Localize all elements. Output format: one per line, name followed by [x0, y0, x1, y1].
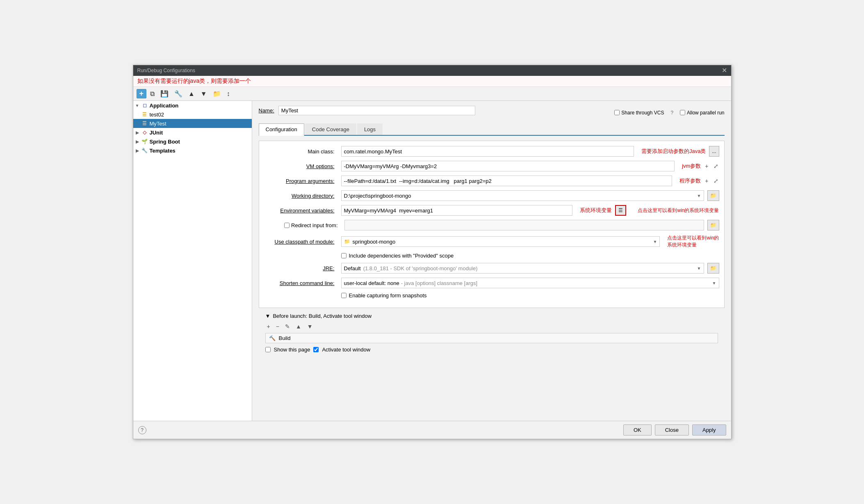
before-launch-collapse-arrow[interactable]: ▼: [265, 313, 271, 319]
classpath-folder-icon: 📁: [344, 239, 350, 244]
name-input[interactable]: [278, 106, 475, 115]
shorten-cmd-detail: - java [options] classname [args]: [401, 280, 477, 286]
before-launch-add-button[interactable]: +: [265, 322, 272, 331]
env-vars-edit-button[interactable]: ☰: [615, 205, 626, 216]
parallel-run-checkbox[interactable]: [680, 110, 685, 115]
program-args-input[interactable]: [341, 176, 673, 186]
close-window-button[interactable]: ✕: [722, 67, 727, 74]
classpath-dropdown[interactable]: 📁 springboot-mongo ▼: [341, 236, 660, 247]
program-args-row: Program arguments: 程序参数 + ⤢: [264, 176, 719, 186]
before-launch-build-item[interactable]: 🔨 Build: [265, 333, 718, 343]
expand-arrow-templates: ▶: [135, 148, 140, 153]
settings-button[interactable]: 🔧: [172, 89, 185, 99]
copy-button[interactable]: ⧉: [148, 89, 157, 99]
main-class-label: Main class:: [264, 148, 338, 155]
build-label: Build: [279, 335, 291, 341]
show-page-label: Show this page: [274, 347, 310, 353]
test02-icon: ☰: [141, 111, 148, 118]
tab-logs[interactable]: Logs: [357, 123, 383, 135]
templates-label: Templates: [150, 148, 176, 154]
shorten-cmd-arrow: ▼: [712, 281, 716, 285]
share-vcs-checkbox[interactable]: [614, 110, 620, 115]
before-launch-down-button[interactable]: ▼: [305, 322, 315, 331]
header-options: Share through VCS ? Allow parallel run: [614, 110, 724, 116]
application-group-icon: ◻: [141, 102, 148, 109]
sidebar-item-templates[interactable]: ▶ 🔧 Templates: [133, 146, 252, 155]
classpath-label: Use classpath of module:: [264, 239, 338, 245]
help-button[interactable]: ?: [138, 426, 146, 434]
apply-button[interactable]: Apply: [692, 424, 726, 436]
classpath-value: springboot-mongo: [353, 239, 396, 245]
enable-snapshots-row: Enable capturing form snapshots: [264, 292, 719, 299]
test02-label: test02: [150, 112, 164, 118]
jre-dropdown[interactable]: Default (1.8.0_181 - SDK of 'springboot-…: [341, 263, 704, 274]
top-annotation: 如果没有需要运行的java类，则需要添加一个: [133, 76, 731, 87]
working-dir-browse-button[interactable]: 📁: [707, 190, 719, 201]
redirect-browse-button[interactable]: 📁: [707, 220, 719, 230]
move-down-button[interactable]: ▼: [198, 89, 209, 99]
redirect-input-checkbox[interactable]: [284, 223, 290, 228]
show-page-checkbox[interactable]: [265, 347, 271, 352]
close-button[interactable]: Close: [655, 424, 689, 436]
jre-arrow: ▼: [697, 266, 701, 271]
sidebar-item-mytest[interactable]: ☰ MyTest: [133, 119, 252, 128]
working-dir-arrow: ▼: [697, 194, 701, 198]
expand-arrow-springboot: ▶: [135, 139, 140, 144]
folder-button[interactable]: 📁: [211, 89, 223, 99]
jre-browse-button[interactable]: 📁: [707, 263, 719, 274]
sidebar-item-test02[interactable]: ☰ test02: [133, 110, 252, 119]
junit-label: JUnit: [150, 130, 163, 136]
activate-tool-window-label: Activate tool window: [322, 347, 370, 353]
name-label: Name:: [259, 107, 274, 114]
sort-button[interactable]: ↕: [225, 89, 232, 99]
run-debug-dialog: Run/Debug Configurations ✕ 如果没有需要运行的java…: [133, 65, 732, 439]
vm-options-plus-button[interactable]: +: [704, 162, 709, 170]
main-class-browse-button[interactable]: ...: [709, 146, 719, 157]
vm-options-expand-button[interactable]: ⤢: [713, 162, 719, 170]
tabs: Configuration Code Coverage Logs: [259, 123, 725, 136]
springboot-icon: 🌱: [141, 138, 148, 145]
before-launch-edit-button[interactable]: ✎: [283, 322, 292, 331]
main-class-input[interactable]: [341, 146, 634, 157]
main-content: ▼ ◻ Application ☰ test02 ☰ MyTest ▶ ◇ JU…: [133, 101, 731, 421]
sidebar-item-application[interactable]: ▼ ◻ Application: [133, 101, 252, 110]
share-vcs-row: Share through VCS: [614, 110, 664, 116]
working-dir-value: D:\project\springboot-mongo: [344, 193, 411, 199]
sidebar-item-junit[interactable]: ▶ ◇ JUnit: [133, 128, 252, 137]
save-button[interactable]: 💾: [158, 89, 171, 99]
enable-snapshots-checkbox[interactable]: [341, 293, 347, 298]
build-icon: 🔨: [269, 335, 276, 341]
program-args-plus-button[interactable]: +: [704, 177, 709, 185]
toolbar: + ⧉ 💾 🔧 ▲ ▼ 📁 ↕: [133, 87, 731, 101]
question-mark-icon[interactable]: ?: [670, 110, 673, 116]
sidebar-item-springboot[interactable]: ▶ 🌱 Spring Boot: [133, 137, 252, 146]
redirect-input-label: Redirect input from:: [291, 222, 337, 228]
tab-configuration[interactable]: Configuration: [259, 123, 304, 136]
add-configuration-button[interactable]: +: [137, 89, 147, 98]
env-vars-annotation2: 点击这里可以看到win的系统环境变量: [638, 207, 719, 214]
move-up-button[interactable]: ▲: [186, 89, 197, 99]
vm-options-input[interactable]: [341, 161, 675, 171]
activate-tool-window-checkbox[interactable]: [313, 347, 319, 352]
include-deps-checkbox[interactable]: [341, 253, 347, 258]
vm-options-label: VM options:: [264, 163, 338, 169]
annotation-text: 如果没有需要运行的java类，则需要添加一个: [137, 78, 251, 84]
right-panel: Name: Share through VCS ? Allow parallel…: [252, 101, 731, 421]
before-launch-up-button[interactable]: ▲: [294, 322, 303, 331]
redirect-input-field[interactable]: [344, 220, 704, 230]
shorten-cmd-label: Shorten command line:: [264, 280, 338, 286]
title-bar: Run/Debug Configurations ✕: [133, 65, 731, 76]
springboot-label: Spring Boot: [150, 139, 180, 145]
working-dir-dropdown[interactable]: D:\project\springboot-mongo ▼: [341, 190, 704, 201]
parallel-run-label: Allow parallel run: [687, 110, 724, 116]
program-args-expand-button[interactable]: ⤢: [713, 177, 719, 185]
share-vcs-label: Share through VCS: [621, 110, 664, 116]
before-launch-header: ▼ Before launch: Build, Activate tool wi…: [265, 313, 718, 319]
shorten-cmd-dropdown[interactable]: user-local default: none - java [options…: [341, 278, 719, 288]
ok-button[interactable]: OK: [623, 424, 652, 436]
tab-code-coverage[interactable]: Code Coverage: [305, 123, 356, 135]
env-vars-input[interactable]: [341, 205, 573, 216]
jre-label: JRE:: [264, 265, 338, 271]
before-launch-remove-button[interactable]: −: [274, 322, 281, 331]
jre-value: Default: [344, 265, 361, 271]
